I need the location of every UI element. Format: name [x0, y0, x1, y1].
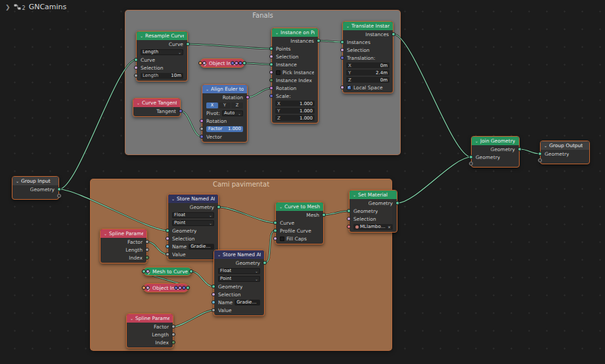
node-objinfo1[interactable]: ❯Object Info [200, 58, 245, 68]
node-group_input[interactable]: ⌄Group InputGeometry [12, 176, 59, 200]
length-socket[interactable] [171, 332, 175, 336]
node-sp1[interactable]: ⌄Spline ParameterFactorLengthIndex [100, 229, 147, 263]
selection-socket[interactable] [269, 55, 273, 58]
geometry_in-socket[interactable] [347, 209, 351, 213]
local-socket[interactable] [340, 85, 344, 89]
geometry_out-socket[interactable] [395, 201, 399, 205]
node-header[interactable]: ⌄Join Geometry [472, 137, 519, 145]
rotation_out-socket[interactable] [246, 95, 250, 99]
collapse-arrow-icon[interactable]: ❯ [5, 4, 11, 11]
name-socket[interactable] [166, 244, 169, 248]
node-setmat[interactable]: ⌄Set MaterialGeometryGeometrySelectionML… [349, 190, 397, 233]
node-resample[interactable]: ⌄Resample CurveCurveLength⌄CurveSelectio… [136, 31, 188, 81]
virtual-socket[interactable] [57, 194, 61, 198]
pick-socket[interactable] [269, 70, 273, 74]
node-ctm[interactable]: ⌄Curve to MeshMeshCurveProfile CurveFill… [275, 202, 324, 244]
collapse-icon[interactable]: ⌄ [130, 316, 133, 321]
collapse-icon[interactable]: ⌄ [104, 231, 107, 236]
curve_out-socket[interactable] [186, 42, 190, 46]
node-header[interactable]: ⌄Translate Instances [343, 22, 393, 30]
pivot-dropdown[interactable]: Auto⌄ [222, 110, 243, 116]
node-header[interactable]: ⌄Curve Tangent [133, 99, 180, 107]
instance-socket[interactable] [269, 62, 273, 66]
node-header[interactable]: ⌄Curve to Mesh [276, 202, 323, 211]
geometry-socket[interactable] [57, 187, 61, 191]
length-socket[interactable] [134, 74, 138, 78]
collapse-icon[interactable]: ⌄ [475, 139, 478, 143]
material-selector[interactable]: MLlambord...✕ [353, 224, 393, 230]
curve_in-socket[interactable] [134, 58, 138, 62]
value-socket[interactable] [212, 308, 215, 312]
geometry_out-socket[interactable] [518, 147, 522, 151]
instances_in-socket[interactable] [340, 40, 344, 44]
virtual-socket[interactable] [538, 158, 542, 162]
vector-socket[interactable] [200, 135, 204, 139]
virtual-socket[interactable] [469, 162, 473, 166]
geometry_in-socket[interactable] [469, 155, 473, 159]
axis-y-button[interactable]: Y [219, 102, 231, 108]
collapse-icon[interactable]: ⌄ [217, 252, 221, 257]
node-mtc[interactable]: ❯Mesh to Curve [143, 267, 192, 276]
name-text-field[interactable]: Gradient Y [235, 300, 260, 306]
instances_out-socket[interactable] [317, 39, 321, 43]
instances_out-socket[interactable] [392, 32, 395, 36]
node-header[interactable]: ⌄Align Euler to Vector [202, 85, 247, 93]
axis-z-button[interactable]: Z [231, 102, 243, 108]
vector-component-field[interactable]: X0m [346, 62, 390, 68]
node-header[interactable]: ⌄Instance on Points [272, 28, 318, 37]
selection-socket[interactable] [166, 237, 169, 240]
node-sna2[interactable]: ⌄Store Named AttributeGeometryFloat⌄Poin… [213, 250, 265, 316]
geometry_out-socket[interactable] [263, 261, 267, 265]
length-socket[interactable] [145, 248, 149, 252]
collapse-icon[interactable]: ⌄ [16, 179, 19, 183]
axis-x-button[interactable]: X [206, 102, 218, 108]
rotation_in-socket[interactable] [200, 119, 204, 123]
node-editor-canvas[interactable]: FanalsCami pavimentat ⌄Group InputGeomet… [0, 0, 605, 364]
factor-socket[interactable] [145, 240, 149, 244]
pick-checkbox[interactable] [276, 70, 280, 75]
node-header[interactable]: ⌄Store Named Attribute [168, 194, 218, 203]
node-sp2[interactable]: ⌄Spline ParameterFactorLengthIndex [126, 313, 173, 348]
length-number-field[interactable]: Length10m [141, 73, 183, 79]
fill-socket[interactable] [273, 237, 277, 240]
collapse-icon[interactable]: ⌄ [353, 193, 356, 197]
factor-socket[interactable] [200, 127, 204, 131]
factor-socket[interactable] [171, 325, 175, 329]
scale-socket[interactable] [269, 94, 273, 98]
profile-socket[interactable] [273, 229, 277, 233]
geometry_out-socket[interactable] [217, 205, 221, 209]
node-sna1[interactable]: ⌄Store Named AttributeGeometryFloat⌄Poin… [168, 194, 219, 260]
geo-socket[interactable] [242, 61, 246, 65]
node-header[interactable]: ⌄Resample Curve [137, 32, 187, 40]
node-socket[interactable] [146, 286, 150, 290]
selection-socket[interactable] [212, 292, 215, 296]
collapse-icon[interactable]: ⌄ [544, 143, 547, 148]
collapse-icon[interactable]: ⌄ [137, 101, 140, 105]
node-trans[interactable]: ⌄Translate InstancesInstancesInstancesSe… [342, 21, 393, 93]
collapse-icon[interactable]: ⌄ [279, 204, 282, 209]
data_type-dropdown[interactable]: Float⌄ [218, 268, 260, 274]
selection-socket[interactable] [347, 217, 351, 221]
collapse-icon[interactable]: ⌄ [275, 30, 279, 35]
data_type-dropdown[interactable]: Float⌄ [172, 212, 214, 218]
vector-component-field[interactable]: Z0m [346, 77, 390, 83]
node-gout[interactable]: ⌄Group OutputGeometry [540, 141, 590, 164]
node-socket[interactable] [146, 269, 150, 273]
node-align[interactable]: ⌄Align Euler to VectorRotationXYZPivot:A… [202, 84, 248, 143]
name-socket[interactable] [212, 300, 215, 304]
index-socket[interactable] [269, 78, 273, 82]
geo-socket[interactable] [186, 286, 190, 290]
curve-socket[interactable] [189, 269, 193, 273]
name-text-field[interactable]: Gradient X [189, 244, 214, 250]
tangent-socket[interactable] [179, 109, 183, 113]
collapse-icon[interactable]: ⌄ [171, 196, 175, 201]
node-group-name[interactable]: GNCamins [29, 3, 67, 11]
vector-component-field[interactable]: Y1.000 [275, 108, 315, 114]
mesh_out-socket[interactable] [322, 213, 326, 217]
rotation-socket[interactable] [269, 86, 273, 90]
node-header[interactable]: ⌄Set Material [349, 191, 397, 199]
node-header[interactable]: ⌄Group Input [12, 177, 58, 185]
node-header[interactable]: ⌄Group Output [541, 141, 589, 150]
node-objinfo2[interactable]: ❯Object Info [143, 283, 189, 292]
material-socket[interactable] [347, 225, 351, 229]
